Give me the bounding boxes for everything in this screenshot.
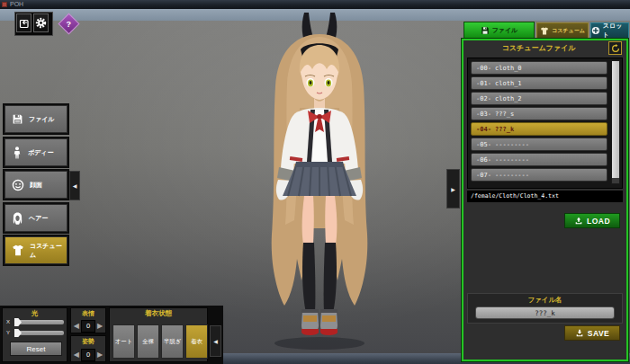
stepper-right-arrow-icon[interactable]: ▶ (97, 350, 103, 360)
window-title: POH (10, 1, 23, 8)
expression-stepper: ◀ 0 ▶ (71, 320, 105, 333)
sidebar-collapse-tab[interactable]: ◀ (69, 171, 80, 200)
file-list-item[interactable]: -06- --------- (471, 153, 608, 166)
refresh-button[interactable] (608, 41, 622, 55)
pose-title: 姿勢 (71, 337, 105, 346)
sidebar-item-hair[interactable]: ヘアー (4, 204, 68, 232)
load-button[interactable]: LOAD (564, 213, 620, 228)
scrollbar-thumb[interactable] (612, 61, 619, 178)
help-question-icon: ? (67, 20, 72, 29)
file-list-scrollbar[interactable] (611, 60, 620, 184)
chevron-right-icon: ▶ (451, 186, 455, 192)
sidebar-item-label: ヘアー (29, 214, 48, 223)
tshirt-icon (12, 244, 24, 256)
sidebar-item-label: ファイル (29, 115, 55, 124)
smiley-face-icon (12, 179, 24, 191)
clothing-state-options: オート全裸半脱ぎ着衣 (112, 324, 208, 359)
download-icon (575, 329, 584, 338)
expression-title: 表情 (71, 309, 105, 318)
clothing-state-panel: 着衣状態 オート全裸半脱ぎ着衣 (109, 307, 208, 362)
chevron-left-icon: ◀ (73, 182, 77, 189)
light-panel: 光 X Y Reset (2, 307, 68, 362)
plus-circle-icon (591, 26, 600, 35)
stepper-right-arrow-icon[interactable]: ▶ (97, 321, 103, 332)
save-button[interactable]: SAVE (564, 325, 620, 341)
upload-icon (574, 217, 583, 226)
bottom-panel-collapse-tab[interactable]: ◀ (210, 325, 221, 357)
floppy-icon (481, 26, 490, 35)
window-titlebar: POH (0, 0, 630, 9)
gear-icon (35, 17, 47, 29)
right-panel-collapse-tab[interactable]: ▶ (446, 169, 460, 209)
back-button[interactable] (16, 13, 32, 32)
light-y-label: Y (6, 330, 10, 335)
file-list-item[interactable]: -02- cloth_2 (471, 92, 608, 105)
file-list-item[interactable]: -04- ???_k (471, 122, 608, 136)
hair-icon (12, 212, 23, 225)
file-list-item[interactable]: -05- --------- (471, 138, 608, 151)
clothing-state-title: 着衣状態 (110, 309, 207, 318)
sidebar-item-label: 顔面 (30, 181, 42, 190)
expression-panel: 表情 ◀ 0 ▶ (70, 307, 106, 333)
light-y-slider[interactable] (14, 331, 64, 335)
clothing-state-button[interactable]: 全裸 (137, 324, 159, 359)
save-label: SAVE (588, 329, 610, 338)
tab-costume[interactable]: コスチューム (536, 22, 589, 39)
clothing-state-button[interactable]: 半脱ぎ (161, 324, 184, 359)
sidebar-item-label: ボディー (28, 148, 54, 157)
pose-panel: 姿勢 ◀ 0 ▶ (70, 335, 106, 362)
tab-label: スロット (603, 22, 628, 40)
floppy-icon (12, 113, 23, 125)
tab-file[interactable]: ファイル (464, 22, 535, 39)
sidebar-item-body[interactable]: ボディー (4, 138, 68, 166)
character-render (225, 9, 414, 354)
sidebar-item-costume[interactable]: コスチューム (4, 236, 68, 264)
stepper-left-arrow-icon[interactable]: ◀ (74, 321, 79, 332)
pose-value: 0 (81, 349, 95, 361)
settings-button[interactable] (33, 13, 49, 32)
file-list-item[interactable]: -03- ???_s (471, 107, 608, 120)
stepper-left-arrow-icon[interactable]: ◀ (74, 350, 79, 360)
chevron-left-icon: ◀ (213, 338, 218, 344)
app-window: POH (0, 0, 630, 364)
light-x-label: X (6, 319, 10, 324)
selected-file-path: /female/Cloth/Cloth_4.txt (467, 191, 623, 202)
pose-stepper: ◀ 0 ▶ (71, 349, 105, 361)
tab-label: コスチューム (552, 27, 585, 35)
sidebar-item-file[interactable]: ファイル (4, 105, 68, 133)
light-x-slider[interactable] (14, 320, 64, 324)
tab-label: ファイル (492, 26, 518, 35)
expression-value: 0 (81, 320, 95, 333)
refresh-icon (611, 44, 620, 53)
back-arrow-icon (19, 18, 30, 29)
clothing-state-button[interactable]: オート (112, 324, 135, 359)
app-icon (2, 2, 7, 7)
costume-file-panel: コスチュームファイル -00- cloth_0-01- cloth_1-02- … (462, 39, 628, 361)
filename-input[interactable] (475, 306, 615, 319)
costume-file-list: -00- cloth_0-01- cloth_1-02- cloth_2-03-… (467, 58, 623, 189)
sidebar-item-face[interactable]: 顔面 (4, 171, 68, 199)
filename-box: ファイル名 (467, 293, 623, 324)
clothing-state-button[interactable]: 着衣 (185, 324, 208, 359)
file-list-item[interactable]: -01- cloth_1 (471, 76, 608, 90)
tshirt-icon (540, 27, 549, 35)
light-reset-button[interactable]: Reset (10, 342, 62, 356)
light-panel-title: 光 (3, 309, 67, 318)
sidebar-item-label: コスチューム (30, 242, 67, 260)
load-label: LOAD (587, 217, 610, 226)
filename-label: ファイル名 (468, 296, 622, 305)
tab-slot[interactable]: スロット (590, 22, 629, 39)
file-list-title: コスチュームファイル (472, 43, 605, 53)
file-list-item[interactable]: -00- cloth_0 (471, 61, 608, 75)
person-icon (12, 146, 22, 159)
file-list-item[interactable]: -07- --------- (471, 168, 608, 182)
